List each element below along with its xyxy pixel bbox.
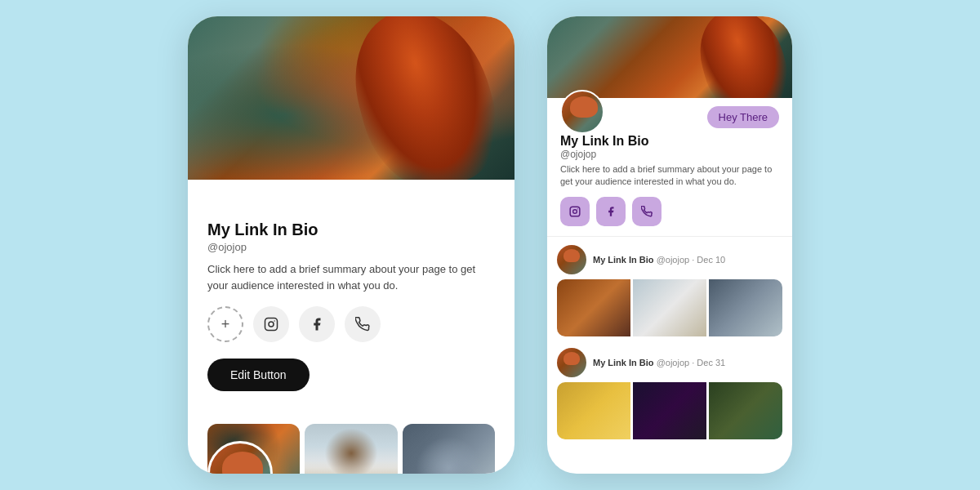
grid-thumb-3 bbox=[403, 424, 495, 474]
feed-item-1: My Link In Bio @ojojop · Dec 10 bbox=[557, 245, 782, 336]
feed-avatar-1 bbox=[557, 245, 586, 274]
social-icons-row-left: + bbox=[207, 306, 495, 342]
feed-item-2: My Link In Bio @ojojop · Dec 31 bbox=[557, 348, 782, 439]
facebook-button-left[interactable] bbox=[299, 306, 335, 342]
instagram-button-left[interactable] bbox=[253, 306, 289, 342]
feed-img-2-2 bbox=[633, 382, 706, 439]
feed-header-2: My Link In Bio @ojojop · Dec 31 bbox=[557, 348, 782, 377]
svg-point-1 bbox=[269, 322, 274, 327]
profile-handle-right: @ojojop bbox=[560, 149, 779, 160]
feed-img-1-3 bbox=[709, 279, 782, 336]
svg-rect-3 bbox=[570, 207, 580, 216]
svg-point-4 bbox=[573, 209, 577, 213]
svg-point-2 bbox=[274, 320, 275, 322]
feed-img-2-1 bbox=[557, 382, 630, 439]
feed-scroll[interactable]: My Link In Bio @ojojop · Dec 10 My Link … bbox=[547, 237, 792, 474]
right-phone: Hey There My Link In Bio @ojojop Click h… bbox=[547, 16, 792, 474]
cover-image-right bbox=[547, 16, 792, 98]
add-social-button[interactable]: + bbox=[207, 306, 243, 342]
right-profile-section: Hey There My Link In Bio @ojojop Click h… bbox=[547, 98, 792, 237]
left-phone: My Link In Bio @ojojop Click here to add… bbox=[188, 16, 514, 474]
phone-button-left[interactable] bbox=[345, 306, 381, 342]
feed-img-2-3 bbox=[709, 382, 782, 439]
cover-image-left bbox=[188, 16, 514, 180]
feed-images-2 bbox=[557, 382, 782, 439]
profile-bio-right: Click here to add a brief summary about … bbox=[560, 163, 779, 189]
facebook-button-right[interactable] bbox=[596, 197, 626, 226]
right-social-row bbox=[560, 197, 779, 226]
feed-meta-1: My Link In Bio @ojojop · Dec 10 bbox=[593, 255, 725, 265]
hey-there-button[interactable]: Hey There bbox=[707, 106, 779, 128]
phone-button-right[interactable] bbox=[632, 197, 662, 226]
feed-img-1-1 bbox=[557, 279, 630, 336]
profile-name-right: My Link In Bio bbox=[560, 134, 779, 149]
profile-avatar-right bbox=[560, 90, 604, 134]
feed-avatar-2 bbox=[557, 348, 586, 377]
grid-thumb-2 bbox=[305, 424, 397, 474]
profile-bio-left: Click here to add a brief summary about … bbox=[207, 261, 495, 293]
svg-point-5 bbox=[577, 208, 578, 209]
feed-header-1: My Link In Bio @ojojop · Dec 10 bbox=[557, 245, 782, 274]
profile-handle-left: @ojojop bbox=[207, 241, 495, 253]
feed-meta-2: My Link In Bio @ojojop · Dec 31 bbox=[593, 358, 725, 368]
edit-button[interactable]: Edit Button bbox=[207, 359, 310, 391]
instagram-button-right[interactable] bbox=[560, 197, 590, 226]
feed-img-1-2 bbox=[633, 279, 706, 336]
left-content: My Link In Bio @ojojop Click here to add… bbox=[188, 180, 514, 424]
svg-rect-0 bbox=[265, 318, 278, 331]
profile-name-left: My Link In Bio bbox=[207, 220, 495, 239]
feed-images-1 bbox=[557, 279, 782, 336]
